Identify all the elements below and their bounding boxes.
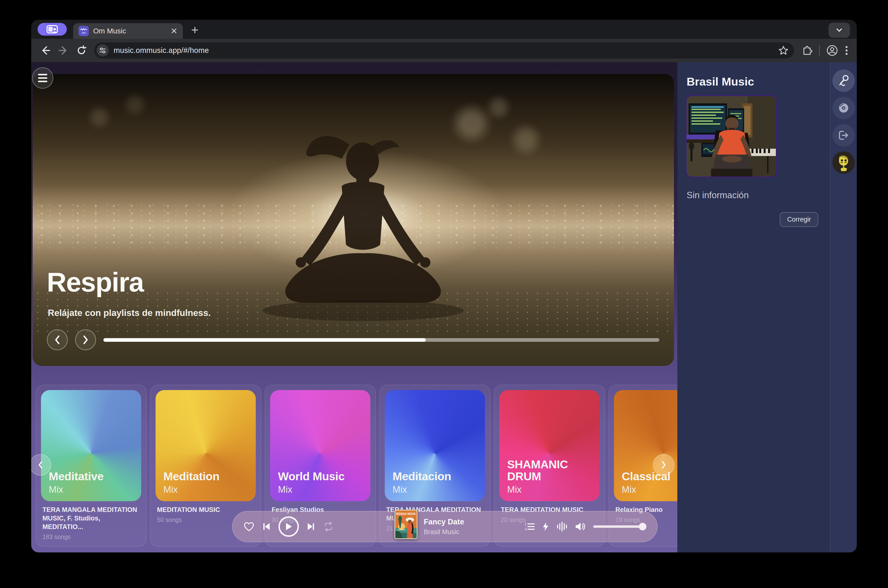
toolbar-divider bbox=[819, 45, 820, 56]
tab-search-chevron-button[interactable] bbox=[828, 22, 850, 38]
album-art: BOSSA NOVA bbox=[394, 510, 417, 539]
volume-slider[interactable] bbox=[593, 525, 646, 528]
equalizer-icon[interactable] bbox=[556, 522, 567, 531]
playlist-tile[interactable]: SHAMANIC DRUM Mix bbox=[500, 390, 600, 501]
back-button[interactable] bbox=[38, 43, 53, 58]
playlist-card[interactable]: Meditative Mix TERA MANGALA MEDITATION M… bbox=[36, 385, 147, 547]
tile-mix-label: Mix bbox=[164, 484, 219, 495]
hero-carousel-controls bbox=[47, 329, 96, 350]
microphone-icon[interactable] bbox=[832, 69, 855, 92]
svg-text:1: 1 bbox=[525, 522, 526, 526]
heart-icon[interactable] bbox=[243, 522, 255, 532]
hero-progress-fill bbox=[104, 338, 426, 342]
bokeh-lights bbox=[58, 86, 160, 149]
player-controls bbox=[243, 516, 334, 537]
bolt-icon[interactable] bbox=[542, 522, 549, 531]
hero-banner: Respira Relájate con playlists de mindfu… bbox=[33, 74, 674, 366]
previous-icon[interactable] bbox=[262, 522, 271, 531]
logout-icon[interactable] bbox=[832, 124, 855, 147]
hero-next-button[interactable] bbox=[75, 329, 96, 350]
track-artist: Brasil Music bbox=[424, 528, 464, 536]
corregir-button[interactable]: Corregir bbox=[780, 212, 818, 227]
tile-title: Meditacion bbox=[393, 471, 451, 483]
tab-strip: om Om Music ✕ + bbox=[31, 20, 857, 39]
volume-icon[interactable] bbox=[575, 522, 586, 531]
reload-button[interactable] bbox=[74, 43, 89, 58]
page-content: Respira Relájate con playlists de mindfu… bbox=[31, 62, 857, 552]
volume-fill bbox=[593, 525, 643, 528]
tile-mix-label: Mix bbox=[622, 484, 670, 495]
robot-avatar[interactable] bbox=[832, 152, 855, 174]
svg-text:BOSSA NOVA: BOSSA NOVA bbox=[396, 512, 416, 516]
browser-profile-chip[interactable] bbox=[38, 23, 67, 36]
card-caption: TERA MANGALA MEDITATION MUSIC, F. Studio… bbox=[42, 506, 140, 531]
repeat-icon[interactable] bbox=[323, 522, 334, 531]
browser-window: om Om Music ✕ + bbox=[31, 20, 857, 552]
browser-toolbar: music.ommusic.app/#/home bbox=[31, 39, 857, 62]
extensions-puzzle-icon[interactable] bbox=[801, 45, 813, 56]
main-area: Respira Relájate con playlists de mindfu… bbox=[31, 62, 677, 552]
playlist-tile[interactable]: Meditation Mix bbox=[156, 390, 256, 501]
address-bar[interactable]: music.ommusic.app/#/home bbox=[94, 42, 794, 58]
artist-name: Brasil Music bbox=[687, 75, 754, 88]
kebab-menu-icon[interactable] bbox=[844, 45, 849, 56]
menu-hamburger-button[interactable] bbox=[32, 67, 53, 89]
screen-person-icon bbox=[46, 25, 58, 33]
artist-sidebar: Brasil Music bbox=[677, 62, 857, 552]
player-bar: BOSSA NOVA Fancy Date Brasil Music 1 2 bbox=[232, 511, 658, 542]
om-music-favicon-icon: om bbox=[78, 26, 89, 36]
play-icon[interactable] bbox=[279, 516, 299, 537]
meditating-woman-silhouette bbox=[241, 112, 485, 351]
hero-subtitle: Relájate con playlists de mindfulness. bbox=[48, 308, 211, 318]
tab-close-icon[interactable]: ✕ bbox=[171, 27, 178, 35]
artist-photo bbox=[687, 96, 776, 177]
browser-profile-icon[interactable] bbox=[826, 44, 838, 57]
track-title: Fancy Date bbox=[424, 518, 464, 526]
artist-info-text: Sin información bbox=[687, 190, 749, 200]
playlist-tile[interactable]: Meditacion Mix bbox=[385, 390, 485, 501]
now-playing[interactable]: BOSSA NOVA Fancy Date Brasil Music bbox=[394, 514, 464, 539]
chevron-down-icon bbox=[835, 28, 843, 33]
tile-title: Meditation bbox=[164, 471, 219, 483]
tile-mix-label: Mix bbox=[393, 484, 451, 495]
site-settings-icon[interactable] bbox=[96, 44, 109, 57]
desktop-backdrop: om Om Music ✕ + bbox=[0, 0, 888, 588]
url-text[interactable]: music.ommusic.app/#/home bbox=[114, 46, 773, 55]
tile-mix-label: Mix bbox=[507, 484, 600, 495]
playlist-tile[interactable]: Meditative Mix bbox=[41, 390, 141, 501]
playlist-tile[interactable]: World Music Mix bbox=[270, 390, 370, 501]
svg-text:om: om bbox=[82, 31, 86, 34]
tile-title: World Music bbox=[278, 471, 345, 483]
card-song-count: 183 songs bbox=[42, 533, 140, 540]
tab-om-music[interactable]: om Om Music ✕ bbox=[73, 23, 183, 39]
hero-prev-button[interactable] bbox=[47, 329, 68, 350]
hero-title: Respira bbox=[47, 267, 144, 298]
sidebar-icon-rail bbox=[830, 62, 857, 552]
tile-mix-label: Mix bbox=[49, 484, 104, 495]
hero-carousel-progress[interactable] bbox=[104, 338, 659, 342]
disc-icon[interactable] bbox=[832, 97, 855, 119]
svg-text:2: 2 bbox=[525, 527, 526, 531]
new-tab-button[interactable]: + bbox=[191, 24, 198, 36]
tab-title: Om Music bbox=[93, 27, 126, 35]
tile-title: SHAMANIC DRUM bbox=[507, 459, 600, 483]
tile-title: Meditative bbox=[49, 471, 104, 483]
player-right-controls: 1 2 bbox=[525, 522, 646, 531]
bookmark-star-icon[interactable] bbox=[778, 45, 789, 56]
forward-button[interactable] bbox=[56, 43, 71, 58]
sidebar-content: Brasil Music bbox=[677, 62, 830, 552]
next-icon[interactable] bbox=[306, 522, 315, 531]
tile-mix-label: Mix bbox=[278, 484, 345, 495]
playlist-tile[interactable]: Classical Mix bbox=[614, 390, 677, 501]
queue-icon[interactable]: 1 2 bbox=[525, 522, 535, 531]
cards-next-button[interactable] bbox=[653, 454, 674, 476]
toolbar-right bbox=[801, 44, 850, 57]
volume-knob[interactable] bbox=[639, 523, 646, 531]
